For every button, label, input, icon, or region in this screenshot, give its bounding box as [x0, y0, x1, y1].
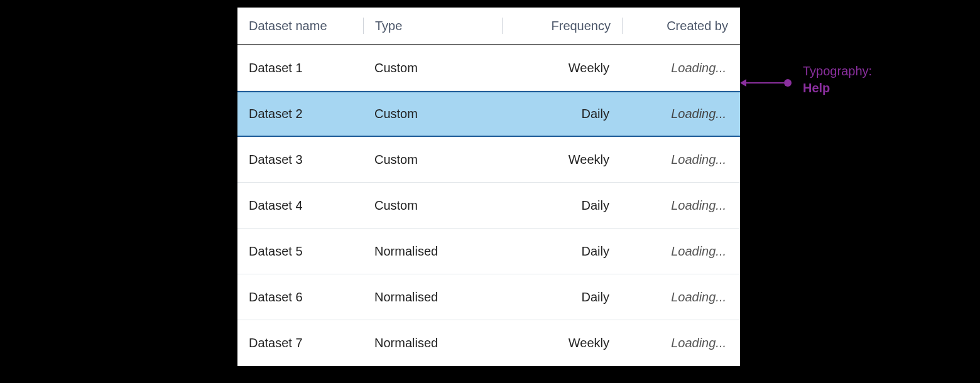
cell-created-by: Loading...	[621, 290, 738, 305]
cell-dataset-name: Dataset 5	[237, 244, 363, 259]
column-header-frequency[interactable]: Frequency	[503, 17, 622, 35]
cell-created-by: Loading...	[621, 153, 738, 167]
table-row[interactable]: Dataset 6NormalisedDailyLoading...	[237, 274, 740, 320]
cell-type: Custom	[363, 107, 501, 121]
cell-dataset-name: Dataset 6	[237, 290, 363, 305]
cell-frequency: Daily	[501, 290, 621, 305]
table-row[interactable]: Dataset 4CustomDailyLoading...	[237, 183, 740, 229]
cell-type: Normalised	[363, 244, 501, 259]
cell-type: Normalised	[363, 290, 501, 305]
column-header-dataset-name[interactable]: Dataset name	[237, 17, 363, 35]
arrow-left-icon	[740, 79, 746, 87]
cell-dataset-name: Dataset 4	[237, 198, 363, 213]
loading-text: Loading...	[671, 61, 726, 75]
cell-dataset-name: Dataset 7	[237, 336, 363, 350]
cell-frequency: Weekly	[501, 61, 621, 75]
table-header-row: Dataset name Type Frequency Created by	[237, 8, 740, 45]
table-row[interactable]: Dataset 3CustomWeeklyLoading...	[237, 137, 740, 183]
table-row[interactable]: Dataset 2CustomDailyLoading...	[237, 91, 740, 137]
cell-created-by: Loading...	[621, 61, 738, 75]
cell-created-by: Loading...	[621, 198, 738, 213]
table-row[interactable]: Dataset 7NormalisedWeeklyLoading...	[237, 320, 740, 366]
loading-text: Loading...	[671, 198, 726, 213]
cell-frequency: Weekly	[501, 153, 621, 167]
cell-type: Normalised	[363, 336, 501, 350]
column-header-created-by[interactable]: Created by	[623, 17, 739, 35]
cell-frequency: Weekly	[501, 336, 621, 350]
cell-frequency: Daily	[501, 198, 621, 213]
column-header-type[interactable]: Type	[364, 17, 502, 35]
loading-text: Loading...	[671, 290, 726, 305]
cell-frequency: Daily	[501, 244, 621, 259]
cell-created-by: Loading...	[621, 107, 738, 121]
table-body: Dataset 1CustomWeeklyLoading...Dataset 2…	[237, 45, 740, 366]
cell-created-by: Loading...	[621, 244, 738, 259]
cell-frequency: Daily	[501, 107, 621, 121]
annotation-text: Typography: Help	[803, 63, 872, 97]
table-row[interactable]: Dataset 5NormalisedDailyLoading...	[237, 229, 740, 274]
annotation-dot-icon	[784, 79, 792, 87]
cell-dataset-name: Dataset 2	[237, 107, 363, 121]
cell-type: Custom	[363, 198, 501, 213]
loading-text: Loading...	[671, 336, 726, 350]
dataset-table: Dataset name Type Frequency Created by D…	[237, 8, 740, 366]
loading-text: Loading...	[671, 244, 726, 259]
table-row[interactable]: Dataset 1CustomWeeklyLoading...	[237, 45, 740, 91]
cell-dataset-name: Dataset 1	[237, 61, 363, 75]
annotation-line	[746, 82, 784, 84]
cell-type: Custom	[363, 153, 501, 167]
loading-text: Loading...	[671, 107, 726, 121]
loading-text: Loading...	[671, 153, 726, 167]
typography-annotation: Typography: Help	[740, 65, 966, 95]
cell-type: Custom	[363, 61, 501, 75]
cell-created-by: Loading...	[621, 336, 738, 350]
annotation-line2: Help	[803, 81, 830, 95]
cell-dataset-name: Dataset 3	[237, 153, 363, 167]
annotation-line1: Typography:	[803, 64, 872, 78]
